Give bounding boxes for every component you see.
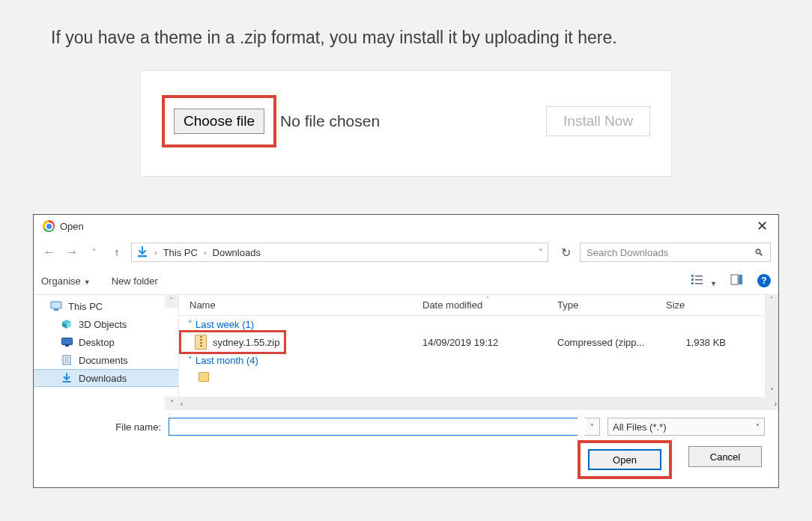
col-date[interactable]: Date modified [422,299,557,311]
sort-indicator-icon: ˅ [486,296,489,302]
svg-rect-1 [691,275,694,277]
forward-arrow-icon[interactable]: → [64,245,80,260]
dialog-titlebar: Open ✕ [34,215,778,237]
chrome-icon [43,220,55,232]
filename-row: File name: ˅ All Files (*.*) ˅ [47,418,765,436]
sidebar-item-label: 3D Objects [79,319,127,330]
file-list: ˅ Name Date modified Type Size ˅ Last we… [179,295,778,410]
zip-icon [195,335,207,350]
install-now-button[interactable]: Install Now [546,106,650,136]
svg-rect-5 [695,279,703,281]
scroll-down-icon[interactable]: ˅ [165,397,178,410]
svg-rect-10 [54,309,58,311]
dialog-nav: ← → ˅ ↑ › This PC › Downloads ˅ ↻ Search… [34,237,778,267]
search-placeholder: Search Downloads [587,247,668,258]
svg-rect-4 [695,275,703,277]
scroll-up-icon[interactable]: ˆ [165,295,178,308]
open-button[interactable]: Open [588,449,661,470]
filename-label: File name: [47,421,161,433]
chevron-down-icon[interactable]: ˅ [539,248,543,258]
column-headers: ˅ Name Date modified Type Size [179,295,778,316]
svg-rect-8 [739,275,742,284]
vertical-scrollbar[interactable]: ˆ˅ [765,295,778,397]
sidebar-item-this-pc[interactable]: This PC [34,297,178,315]
view-details-icon[interactable]: ▼ [691,274,717,288]
chevron-down-icon: ˅ [756,423,760,431]
svg-rect-7 [731,275,738,284]
breadcrumb[interactable]: › This PC › Downloads ˅ [131,243,548,262]
download-icon [61,372,73,384]
file-row[interactable]: sydney.1.55.zip 14/09/2019 19:12 Compres… [179,332,778,352]
chevron-down-icon: ▼ [84,278,91,286]
file-picker-group: Choose file No file chosen [162,95,380,147]
dialog-title: Open [60,221,748,232]
search-input[interactable]: Search Downloads 🔍︎ [580,243,771,262]
cube-icon [61,318,73,330]
sidebar-item-label: Documents [79,355,128,366]
downloads-icon [136,246,148,258]
desktop-icon [61,336,73,348]
highlight-open: Open [578,440,672,479]
svg-rect-6 [695,283,703,284]
folder-icon [199,372,209,382]
group-label: Last month (4) [196,355,258,366]
svg-rect-2 [691,278,694,281]
horizontal-scrollbar[interactable]: ‹› [179,397,778,410]
chevron-right-icon: › [154,248,157,257]
upload-panel: Choose file No file chosen Install Now [140,70,672,177]
svg-rect-9 [51,302,61,308]
breadcrumb-this-pc[interactable]: This PC [163,247,198,258]
svg-rect-17 [63,381,71,383]
highlight-file: sydney.1.55.zip [179,330,286,354]
chevron-down-icon: ˅ [188,320,193,329]
organise-menu[interactable]: Organise▼ [41,275,91,287]
group-last-month[interactable]: ˅ Last month (4) [179,352,778,368]
search-icon[interactable]: 🔍︎ [754,247,764,258]
dialog-toolbar: Organise▼ New folder ▼ ? [34,267,778,294]
sidebar-item-desktop[interactable]: Desktop [34,333,178,351]
help-icon[interactable]: ? [757,274,771,287]
breadcrumb-downloads[interactable]: Downloads [213,247,261,258]
file-row-partial [179,368,778,388]
col-name[interactable]: Name [179,299,422,311]
filter-label: All Files (*.*) [613,421,667,433]
dialog-body: ˆ This PC 3D Objects Desktop Documents D… [34,294,778,410]
new-folder-button[interactable]: New folder [112,275,158,287]
open-dialog: Open ✕ ← → ˅ ↑ › This PC › Downloads ˅ ↻… [33,214,779,488]
pc-icon [50,300,62,312]
file-filter-select[interactable]: All Files (*.*) ˅ [608,418,765,436]
sidebar-item-3d-objects[interactable]: 3D Objects [34,315,178,333]
sidebar-item-documents[interactable]: Documents [34,351,178,369]
preview-pane-icon[interactable] [730,274,744,288]
up-arrow-icon[interactable]: ↑ [109,246,125,258]
file-size: 1,938 KB [666,337,733,348]
col-size[interactable]: Size [666,299,733,311]
button-row: Open Cancel [47,446,765,479]
svg-rect-0 [138,255,147,257]
chevron-right-icon: › [204,248,207,257]
sidebar-item-label: Desktop [79,337,115,348]
instruction-text: If you have a theme in a .zip format, yo… [0,0,812,70]
chevron-down-icon: ˅ [188,356,193,365]
close-icon[interactable]: ✕ [748,218,775,234]
highlight-choose-file: Choose file [162,95,276,147]
chevron-down-icon: ▼ [710,280,717,287]
refresh-icon[interactable]: ↻ [557,246,574,260]
back-arrow-icon[interactable]: ← [41,245,58,260]
sidebar-item-label: This PC [68,301,103,312]
choose-file-button[interactable]: Choose file [174,109,264,134]
cancel-button[interactable]: Cancel [688,446,762,467]
file-type: Compressed (zipp... [557,337,666,348]
chevron-down-icon[interactable]: ˅ [86,248,103,258]
dialog-footer: File name: ˅ All Files (*.*) ˅ Open Canc… [34,410,778,479]
filename-input[interactable] [169,418,578,436]
sidebar-item-label: Downloads [79,373,127,384]
documents-icon [61,354,73,366]
file-date: 14/09/2019 19:12 [422,337,557,348]
filename-history-icon[interactable]: ˅ [585,418,600,436]
sidebar-item-downloads[interactable]: Downloads [34,369,178,387]
no-file-label: No file chosen [280,112,380,130]
col-type[interactable]: Type [557,299,666,311]
group-label: Last week (1) [196,319,254,330]
svg-rect-3 [691,282,694,284]
